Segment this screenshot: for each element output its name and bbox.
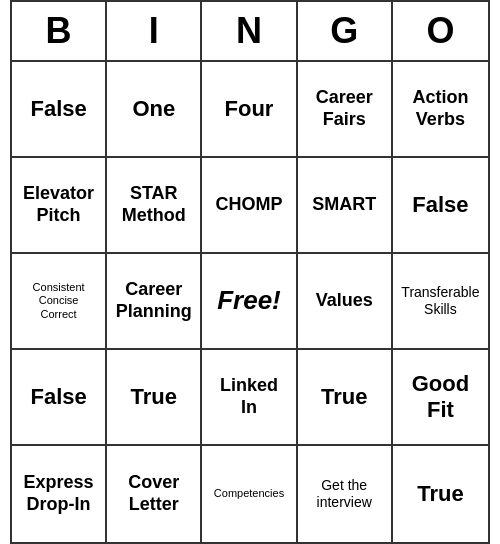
bingo-cell-10: ConsistentConciseCorrect xyxy=(12,254,107,350)
bingo-cell-8: SMART xyxy=(298,158,393,254)
bingo-cell-9: False xyxy=(393,158,488,254)
bingo-cell-23: Get theinterview xyxy=(298,446,393,542)
bingo-cell-20: ExpressDrop-In xyxy=(12,446,107,542)
header-letter-b: B xyxy=(12,2,107,60)
bingo-cell-16: True xyxy=(107,350,202,446)
bingo-cell-14: TransferableSkills xyxy=(393,254,488,350)
bingo-cell-24: True xyxy=(393,446,488,542)
bingo-cell-2: Four xyxy=(202,62,297,158)
bingo-cell-7: CHOMP xyxy=(202,158,297,254)
bingo-cell-1: One xyxy=(107,62,202,158)
bingo-grid: FalseOneFourCareerFairsActionVerbsElevat… xyxy=(12,62,488,542)
bingo-cell-18: True xyxy=(298,350,393,446)
bingo-cell-3: CareerFairs xyxy=(298,62,393,158)
bingo-cell-11: CareerPlanning xyxy=(107,254,202,350)
bingo-cell-19: GoodFit xyxy=(393,350,488,446)
header-letter-n: N xyxy=(202,2,297,60)
bingo-cell-15: False xyxy=(12,350,107,446)
bingo-cell-21: CoverLetter xyxy=(107,446,202,542)
bingo-cell-13: Values xyxy=(298,254,393,350)
header-letter-o: O xyxy=(393,2,488,60)
bingo-cell-4: ActionVerbs xyxy=(393,62,488,158)
bingo-cell-12: Free! xyxy=(202,254,297,350)
bingo-cell-22: Competencies xyxy=(202,446,297,542)
header-letter-g: G xyxy=(298,2,393,60)
bingo-header: BINGO xyxy=(12,2,488,62)
bingo-cell-6: STARMethod xyxy=(107,158,202,254)
header-letter-i: I xyxy=(107,2,202,60)
bingo-cell-17: LinkedIn xyxy=(202,350,297,446)
bingo-card: BINGO FalseOneFourCareerFairsActionVerbs… xyxy=(10,0,490,544)
bingo-cell-5: ElevatorPitch xyxy=(12,158,107,254)
bingo-cell-0: False xyxy=(12,62,107,158)
